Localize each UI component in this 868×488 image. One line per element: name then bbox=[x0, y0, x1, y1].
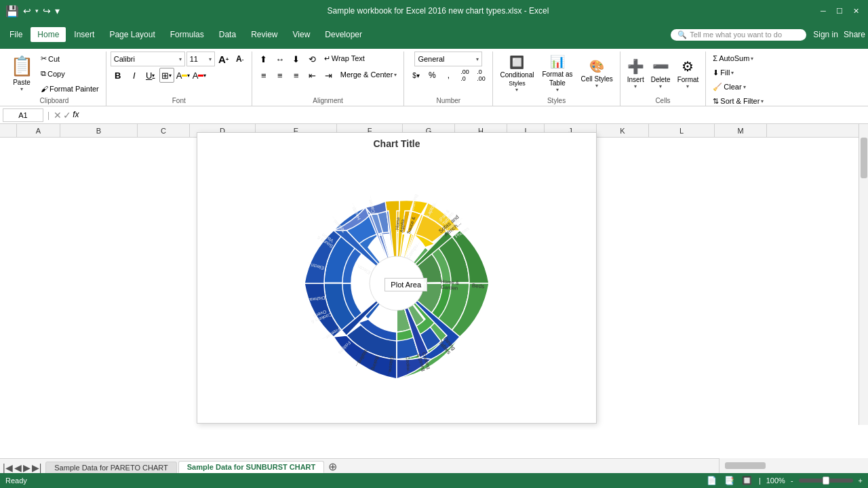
zoom-minus-button[interactable]: - bbox=[791, 476, 793, 485]
increase-decimal-button[interactable]: .0.00 bbox=[473, 68, 488, 83]
window-title: Sample workbook for Excel 2016 new chart… bbox=[60, 6, 816, 16]
menu-page-layout[interactable]: Page Layout bbox=[102, 27, 161, 42]
next-sheet-button[interactable]: ▶ bbox=[23, 462, 31, 473]
format-as-table-button[interactable]: 📊 Format as Table ▾ bbox=[539, 54, 575, 94]
sign-in-button[interactable]: Sign in bbox=[813, 30, 838, 39]
menu-view[interactable]: View bbox=[286, 27, 317, 42]
align-center-button[interactable]: ≡ bbox=[273, 68, 288, 83]
col-header-C[interactable]: C bbox=[138, 124, 190, 137]
ribbon-group-number: General ▾ $▾ % , .00.0 .0.00 Number bbox=[404, 52, 493, 106]
italic-button[interactable]: I bbox=[127, 68, 142, 83]
menu-home[interactable]: Home bbox=[31, 27, 66, 42]
conditional-formatting-button[interactable]: 🔲 Conditional Styles ▾ bbox=[497, 54, 536, 94]
horizontal-scrollbar[interactable] bbox=[719, 458, 868, 473]
save-icon[interactable]: 💾 bbox=[5, 5, 19, 18]
ribbon-group-alignment: ⬆ ↔ ⬇ ⟲ ↵ Wrap Text ≡ ≡ ≡ ⇤ ⇥ Mer bbox=[252, 52, 405, 106]
chart-area[interactable]: Sofas and Armch... Beds Dining Tables Ho… bbox=[197, 152, 596, 415]
menu-formulas[interactable]: Formulas bbox=[163, 27, 211, 42]
increase-indent-button[interactable]: ⇥ bbox=[321, 68, 336, 83]
redo-icon[interactable]: ↪ bbox=[43, 5, 51, 16]
undo-dropdown[interactable]: ▾ bbox=[35, 7, 39, 14]
accounting-format-button[interactable]: $▾ bbox=[408, 68, 423, 83]
zoom-plus-button[interactable]: + bbox=[859, 476, 863, 485]
percent-button[interactable]: % bbox=[425, 68, 439, 83]
col-header-A[interactable]: A bbox=[17, 124, 60, 137]
sort-filter-button[interactable]: ⇅ Sort & Filter ▾ bbox=[710, 94, 766, 108]
bold-button[interactable]: B bbox=[111, 68, 125, 83]
menu-file[interactable]: File bbox=[3, 27, 29, 42]
page-layout-view-button[interactable]: 📑 bbox=[724, 474, 736, 487]
close-button[interactable]: ✕ bbox=[849, 4, 863, 18]
format-button[interactable]: ⚙ Format ▾ bbox=[675, 54, 702, 94]
zoom-slider[interactable] bbox=[799, 479, 853, 483]
v-scroll-thumb[interactable] bbox=[861, 138, 867, 178]
align-top-button[interactable]: ⬆ bbox=[256, 52, 271, 66]
decrease-font-size-button[interactable]: A- bbox=[233, 52, 248, 66]
number-content: General ▾ $▾ % , .00.0 .0.00 bbox=[408, 52, 488, 96]
align-bottom-button[interactable]: ⬇ bbox=[289, 52, 304, 66]
h-scroll-thumb[interactable] bbox=[725, 462, 766, 469]
cancel-formula-button[interactable]: ✕ bbox=[54, 110, 62, 121]
fill-button[interactable]: ⬇ Fill ▾ bbox=[710, 66, 736, 79]
clear-button[interactable]: 🧹 Clear ▾ bbox=[710, 80, 748, 94]
cut-button[interactable]: ✂ Cut bbox=[38, 52, 102, 66]
undo-icon[interactable]: ↩ bbox=[23, 5, 31, 16]
decrease-indent-button[interactable]: ⇤ bbox=[305, 68, 320, 83]
share-button[interactable]: Share bbox=[844, 30, 865, 39]
paste-button[interactable]: 📋 Paste ▾ bbox=[7, 53, 37, 95]
font-color-button[interactable]: A ▾ bbox=[192, 68, 207, 83]
prev-sheet-button[interactable]: ◀ bbox=[14, 462, 22, 473]
last-sheet-button[interactable]: ▶| bbox=[32, 462, 42, 473]
chart-overlay[interactable]: Chart Title bbox=[197, 132, 597, 424]
rotate-text-button[interactable]: ⟲ bbox=[305, 52, 320, 66]
function-wizard-button[interactable]: fx bbox=[73, 110, 79, 121]
decrease-decimal-button[interactable]: .00.0 bbox=[457, 68, 472, 83]
wrap-text-button[interactable]: ↵ Wrap Text bbox=[321, 52, 368, 65]
vertical-scrollbar[interactable] bbox=[859, 124, 868, 425]
normal-view-button[interactable]: 📄 bbox=[706, 474, 718, 487]
restore-button[interactable]: ☐ bbox=[833, 4, 846, 18]
format-painter-button[interactable]: 🖌 Format Painter bbox=[38, 82, 102, 96]
col-header-B[interactable]: B bbox=[60, 124, 138, 137]
window-controls: ─ ☐ ✕ bbox=[816, 4, 863, 18]
menu-review[interactable]: Review bbox=[244, 27, 284, 42]
cell-styles-button[interactable]: 🎨 Cell Styles ▾ bbox=[578, 54, 615, 94]
formula-input[interactable] bbox=[81, 108, 865, 122]
zoom-thumb[interactable] bbox=[823, 476, 829, 485]
page-break-view-button[interactable]: 🔲 bbox=[741, 474, 753, 487]
comma-button[interactable]: , bbox=[441, 68, 456, 83]
insert-button[interactable]: ➕ Insert ▾ bbox=[625, 54, 647, 94]
customize-icon[interactable]: ▾ bbox=[55, 5, 60, 16]
clipboard-small-btns: ✂ Cut ⧉ Copy 🖌 Format Painter bbox=[38, 52, 102, 96]
styles-content: 🔲 Conditional Styles ▾ 📊 Format as Table… bbox=[497, 52, 615, 96]
increase-font-size-button[interactable]: A+ bbox=[216, 52, 231, 66]
fill-color-button[interactable]: A ▾ bbox=[176, 68, 191, 83]
confirm-formula-button[interactable]: ✓ bbox=[63, 110, 71, 121]
underline-button[interactable]: U ▾ bbox=[143, 68, 158, 83]
delete-button[interactable]: ➖ Delete ▾ bbox=[648, 54, 673, 94]
align-right-button[interactable]: ≡ bbox=[289, 68, 304, 83]
add-sheet-button[interactable]: ⊕ bbox=[326, 460, 340, 473]
menu-developer[interactable]: Developer bbox=[318, 27, 369, 42]
cell-reference-box[interactable]: A1 bbox=[3, 108, 43, 122]
autosum-button[interactable]: Σ AutoSum ▾ bbox=[710, 52, 756, 65]
sheet-tab-sunburst[interactable]: Sample Data for SUNBURST CHART bbox=[178, 461, 324, 473]
menu-insert[interactable]: Insert bbox=[67, 27, 101, 42]
sheet-tab-pareto[interactable]: Sample Data for PARETO CHART bbox=[45, 462, 177, 473]
search-box[interactable]: 🔍 Tell me what you want to do bbox=[671, 29, 806, 41]
first-sheet-button[interactable]: |◀ bbox=[3, 462, 13, 473]
number-format-selector[interactable]: General ▾ bbox=[414, 52, 482, 66]
status-right: 📄 📑 🔲 | 100% - + bbox=[706, 474, 863, 487]
align-left-button[interactable]: ≡ bbox=[256, 68, 271, 83]
merge-center-button[interactable]: Merge & Center ▾ bbox=[338, 68, 400, 81]
copy-button[interactable]: ⧉ Copy bbox=[38, 67, 102, 81]
col-header-M[interactable]: M bbox=[715, 124, 767, 137]
col-header-K[interactable]: K bbox=[597, 124, 649, 137]
font-name-selector[interactable]: Calibri ▾ bbox=[111, 52, 185, 66]
menu-data[interactable]: Data bbox=[212, 27, 243, 42]
font-size-selector[interactable]: 11 ▾ bbox=[186, 52, 215, 66]
align-middle-button[interactable]: ↔ bbox=[273, 52, 288, 66]
minimize-button[interactable]: ─ bbox=[816, 4, 830, 18]
border-button[interactable]: ⊞ ▾ bbox=[159, 68, 174, 83]
col-header-L[interactable]: L bbox=[649, 124, 715, 137]
